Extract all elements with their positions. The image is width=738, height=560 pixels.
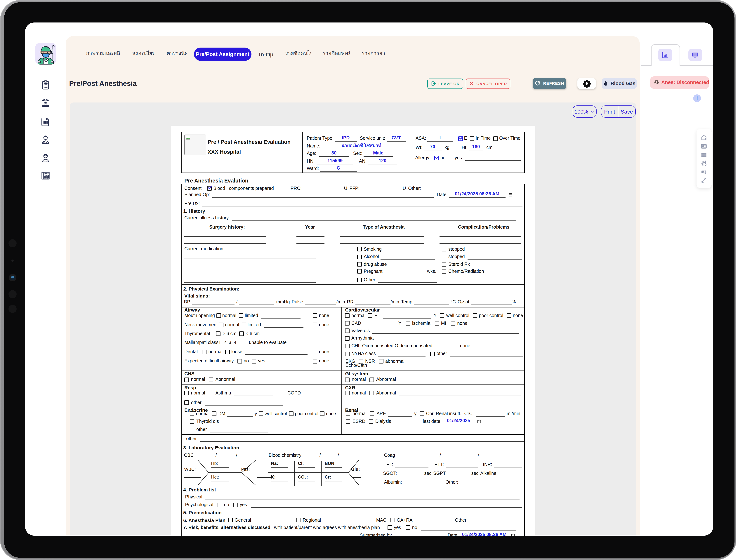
svg-text:K:: K: [271, 475, 276, 479]
svg-text:Cr:: Cr: [325, 475, 331, 479]
svg-text:Hb:: Hb: [211, 461, 218, 466]
svg-text:WBC:: WBC: [184, 467, 196, 472]
svg-text:CO2:: CO2: [298, 475, 308, 480]
svg-text:Na:: Na: [271, 461, 278, 466]
svg-text:Plts:: Plts: [241, 467, 250, 472]
svg-text:BUN:: BUN: [325, 461, 336, 466]
svg-text:Hct:: Hct: [211, 475, 219, 479]
svg-text:Cl:: Cl: [298, 461, 304, 466]
svg-text:Glu:: Glu: [351, 467, 360, 472]
